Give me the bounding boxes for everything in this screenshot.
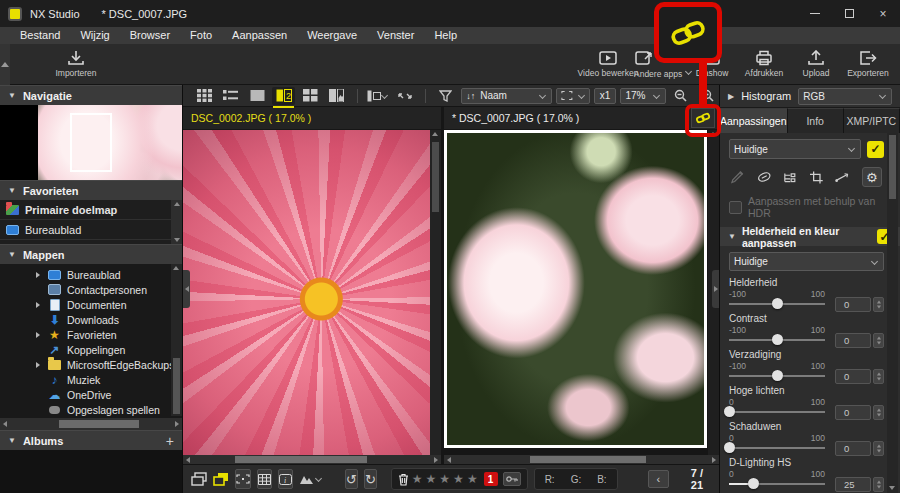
- sort-dropdown[interactable]: ↓↑Naam: [461, 88, 552, 104]
- two-up-view-button[interactable]: 2: [272, 87, 294, 105]
- color-label-badge[interactable]: 1: [484, 472, 498, 486]
- folder-favorieten[interactable]: ★Favorieten: [34, 327, 182, 342]
- slider-thumb[interactable]: [748, 478, 759, 489]
- slider-value[interactable]: 0: [835, 369, 871, 384]
- expand-icon[interactable]: [36, 272, 40, 278]
- image-info-view-button[interactable]: [325, 87, 347, 105]
- slider-thumb[interactable]: [772, 334, 783, 345]
- panel-layout-button[interactable]: [367, 87, 389, 105]
- tab-aanpassingen[interactable]: Aanpassingen: [720, 108, 788, 133]
- adjustments-enabled-checkbox[interactable]: ✓: [867, 141, 884, 158]
- value-spinner[interactable]: [873, 297, 884, 312]
- menu-browser[interactable]: Browser: [120, 27, 180, 44]
- slider-track[interactable]: [729, 339, 825, 341]
- compare-images-button[interactable]: [191, 469, 207, 489]
- navigation-viewport-frame[interactable]: [70, 113, 112, 172]
- undo-button[interactable]: ↺: [345, 469, 358, 489]
- folder-documenten[interactable]: Documenten: [34, 297, 182, 312]
- panel-vertical-scrollbar[interactable]: [887, 133, 898, 493]
- slider-thumb[interactable]: [724, 442, 735, 453]
- menu-help[interactable]: Help: [424, 27, 467, 44]
- tab-xmp-iptc[interactable]: XMP/IPTC: [844, 108, 900, 133]
- previous-image-button[interactable]: ‹: [648, 470, 669, 488]
- star-rating-5[interactable]: ★: [467, 472, 478, 486]
- video-edit-button[interactable]: Video bewerken: [582, 44, 634, 84]
- zoom-percent-dropdown[interactable]: 17%: [620, 88, 666, 104]
- settings-button[interactable]: ⚙: [862, 167, 882, 187]
- fit-view-dropdown[interactable]: [556, 88, 590, 104]
- sync-views-button[interactable]: [213, 469, 229, 489]
- left-panel-collapse-handle[interactable]: [183, 270, 190, 308]
- menu-weergave[interactable]: Weergave: [297, 27, 367, 44]
- left-pane-title[interactable]: DSC_0002.JPG ( 17.0% ): [183, 107, 441, 129]
- slider-value[interactable]: 0: [835, 297, 871, 312]
- slider-value[interactable]: 0: [835, 405, 871, 420]
- list-view-button[interactable]: [219, 87, 241, 105]
- value-spinner[interactable]: [873, 369, 884, 384]
- favorite-item-bureaublad[interactable]: Bureaublad: [0, 220, 182, 240]
- grid-overlay-button[interactable]: [257, 469, 272, 489]
- slider-track[interactable]: [729, 411, 825, 413]
- menu-venster[interactable]: Venster: [367, 27, 424, 44]
- right-pane-horizontal-scrollbar[interactable]: [444, 455, 719, 464]
- scrollbar-thumb[interactable]: [173, 358, 180, 414]
- folder-contactpersonen[interactable]: Contactpersonen: [34, 282, 182, 297]
- add-album-button[interactable]: +: [166, 433, 174, 449]
- favorites-scrollbar[interactable]: [171, 200, 182, 244]
- menu-foto[interactable]: Foto: [180, 27, 222, 44]
- photo-dahlia-image[interactable]: [183, 130, 430, 455]
- scrollbar-thumb[interactable]: [530, 456, 646, 463]
- tab-info[interactable]: Info: [788, 108, 844, 133]
- histogram-overlay-button[interactable]: [299, 469, 323, 489]
- straighten-icon[interactable]: [835, 171, 850, 183]
- slider-value[interactable]: 25: [835, 477, 871, 492]
- section-albums[interactable]: ▼Albums+: [0, 430, 182, 450]
- slider-track[interactable]: [729, 375, 825, 377]
- maximize-button[interactable]: [832, 0, 866, 27]
- star-rating-1[interactable]: ★: [412, 472, 423, 486]
- scrollbar-thumb[interactable]: [59, 420, 138, 428]
- zoom-out-button[interactable]: [670, 87, 692, 105]
- folder-downloads[interactable]: ⬇Downloads: [34, 312, 182, 327]
- slider-track[interactable]: [729, 447, 825, 449]
- slider-value[interactable]: 0: [835, 333, 871, 348]
- export-button[interactable]: Exporteren: [842, 44, 894, 84]
- menu-aanpassen[interactable]: Aanpassen: [222, 27, 297, 44]
- scrollbar-thumb[interactable]: [235, 456, 367, 463]
- hdr-checkbox[interactable]: [729, 201, 742, 214]
- minimize-button[interactable]: [798, 0, 832, 27]
- slider-thumb[interactable]: [772, 298, 783, 309]
- value-spinner[interactable]: [873, 477, 884, 492]
- slider-track[interactable]: [729, 483, 825, 485]
- slider-thumb[interactable]: [772, 370, 783, 381]
- color-control-point-icon[interactable]: [757, 171, 772, 183]
- tree-horizontal-scrollbar[interactable]: [0, 418, 182, 430]
- navigation-preview[interactable]: [0, 105, 182, 180]
- adjustments-preset-dropdown[interactable]: Huidige: [729, 139, 861, 159]
- star-rating-2[interactable]: ★: [426, 472, 437, 486]
- folder-microsoftedgebackups[interactable]: MicrosoftEdgeBackups: [34, 357, 182, 372]
- folder-onedrive[interactable]: ☁OneDrive: [34, 387, 182, 402]
- section-brightness-color[interactable]: ▼ Helderheid en kleur aanpassen ✓: [720, 227, 900, 246]
- folder-muziek[interactable]: ♪Muziek: [34, 372, 182, 387]
- folder-koppelingen[interactable]: ↗Koppelingen: [34, 342, 182, 357]
- print-button[interactable]: Afdrukken: [738, 44, 790, 84]
- hierarchy-icon[interactable]: [783, 171, 798, 184]
- thumbnail-grid-view-button[interactable]: [193, 87, 215, 105]
- crop-icon[interactable]: [810, 171, 824, 184]
- section-navigatie[interactable]: ▼Navigatie: [0, 85, 182, 105]
- scrollbar-thumb[interactable]: [432, 142, 439, 212]
- upload-button[interactable]: Upload: [790, 44, 842, 84]
- right-pane-title[interactable]: * DSC_0007.JPG ( 17.0% ): [444, 107, 719, 129]
- slider-track[interactable]: [729, 303, 825, 305]
- expand-icon[interactable]: [36, 332, 40, 338]
- folder-bureaublad[interactable]: Bureaublad: [34, 267, 182, 282]
- expand-icon[interactable]: [36, 302, 40, 308]
- section-mappen[interactable]: ▼Mappen: [0, 244, 182, 264]
- folder-opgeslagen-spellen[interactable]: Opgeslagen spellen: [34, 402, 182, 417]
- value-spinner[interactable]: [873, 333, 884, 348]
- four-up-view-button[interactable]: [299, 87, 321, 105]
- star-rating-3[interactable]: ★: [439, 472, 450, 486]
- toolbar-collapse-handle[interactable]: [0, 44, 10, 85]
- photo-roses-image[interactable]: [447, 133, 704, 445]
